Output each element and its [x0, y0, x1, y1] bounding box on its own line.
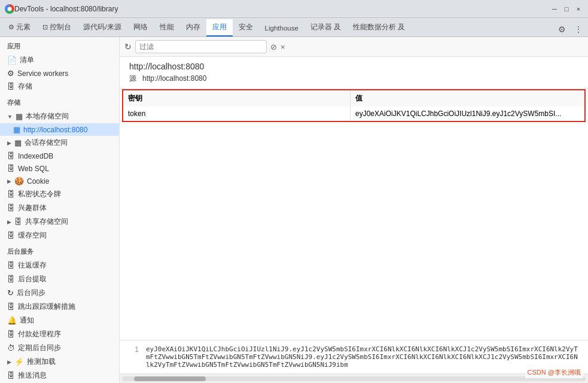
websql-icon: 🗄	[7, 164, 15, 173]
tab-memory[interactable]: 内存	[180, 19, 206, 37]
main-url: http://localhost:8080	[129, 62, 578, 71]
tab-security[interactable]: 安全	[233, 19, 259, 37]
table-row[interactable]: token eyJ0eXAiOiJKV1QiLCJhbGciOiJIUzl1Ni…	[123, 107, 584, 121]
sidebar-item-speculation[interactable]: ▶ ⚡ 推测加载	[0, 355, 119, 369]
speculation-icon: ⚡	[14, 357, 24, 366]
cell-key: token	[123, 107, 351, 121]
devtools-tab-bar: ⚙ 元素 ⊡ 控制台 源代码/来源 网络 性能 内存 应用 安全 Lightho…	[0, 18, 588, 37]
maximize-button[interactable]: □	[562, 4, 571, 14]
tab-application[interactable]: 应用	[206, 19, 233, 37]
sidebar-item-localstorage[interactable]: ▼ ▦ 本地存储空间	[0, 110, 119, 123]
minimize-button[interactable]: ─	[550, 4, 559, 14]
sidebar-item-private-token[interactable]: 🗄 私密状态令牌	[0, 187, 119, 201]
sidebar-item-push-messages[interactable]: 🗄 推送消息	[0, 369, 119, 382]
sidebar-item-localhost[interactable]: ▦ http://localhost:8080	[0, 123, 119, 136]
sidebar-item-bfcache[interactable]: 🗄 往返缓存	[0, 259, 119, 272]
sidebar-item-cookie[interactable]: ▶ 🍪 Cookie	[0, 175, 119, 187]
value-display: 1 eyJ0eXAiOiJKV1QiLCJhbGciOiJIUzl1NiJ9.e…	[120, 340, 588, 373]
console-icon: ⊡	[42, 23, 48, 31]
table-header: 密钥 值	[122, 89, 586, 107]
sidebar: 应用 📄 清单 ⚙ Service workers 🗄 存储 存储 ▼ ▦ 本地…	[0, 37, 120, 383]
watermark: CSDN @李长洲哦	[525, 367, 583, 378]
periodic-sync-icon: ⏱	[7, 344, 15, 352]
sidebar-item-interest-groups[interactable]: 🗄 兴趣群体	[0, 201, 119, 215]
sessionstorage-icon: ▦	[14, 138, 22, 147]
tab-console[interactable]: ⊡ 控制台	[36, 19, 77, 37]
expand-icon-session: ▶	[7, 140, 11, 146]
cookie-icon: 🍪	[14, 177, 24, 186]
elements-icon: ⚙	[8, 23, 14, 31]
tab-lighthouse[interactable]: Lighthouse	[259, 21, 304, 37]
localstorage-icon: ▦	[16, 112, 23, 121]
column-key-header: 密钥	[123, 90, 351, 107]
manifest-icon: 📄	[7, 56, 17, 65]
bg-fetch-icon: 🗄	[7, 275, 15, 284]
sidebar-item-manifest[interactable]: 📄 清单	[0, 53, 119, 67]
refresh-button[interactable]: ↻	[124, 42, 132, 51]
title-bar-title: DevTools - localhost:8080/library	[14, 5, 550, 13]
sidebar-item-websql[interactable]: 🗄 Web SQL	[0, 162, 119, 175]
horizontal-scrollbar[interactable]	[120, 373, 588, 383]
tab-network[interactable]: 网络	[127, 19, 154, 37]
section-title-app: 应用	[0, 37, 119, 53]
tab-performance[interactable]: 性能	[154, 19, 180, 37]
filter-clear-button[interactable]: ⊘	[270, 42, 277, 51]
sidebar-item-shared-storage[interactable]: ▶ 🗄 共享存储空间	[0, 215, 119, 229]
sidebar-item-indexeddb[interactable]: 🗄 IndexedDB	[0, 150, 119, 162]
bounce-tracking-icon: 🗄	[7, 302, 15, 311]
cell-value: eyJ0eXAiOiJKV1QiLCJhbGciOiJIUzl1NiJ9.eyJ…	[351, 107, 584, 121]
settings-icon[interactable]: ⚙	[555, 22, 569, 37]
filter-close-button[interactable]: ×	[281, 42, 285, 51]
payment-icon: 🗄	[7, 330, 15, 339]
expand-icon-shared: ▶	[7, 219, 11, 225]
tab-recorder[interactable]: 记录器 及	[304, 19, 347, 37]
service-workers-icon: ⚙	[7, 69, 14, 78]
main-area: 应用 📄 清单 ⚙ Service workers 🗄 存储 存储 ▼ ▦ 本地…	[0, 37, 588, 383]
scrollbar-thumb[interactable]	[134, 376, 206, 381]
value-row: 1 eyJ0eXAiOiJKV1QiLCJhbGciOiJIUzl1NiJ9.e…	[129, 345, 578, 369]
content-toolbar: ↻ ⊘ ×	[120, 37, 588, 57]
sidebar-item-storage[interactable]: 🗄 存储	[0, 80, 119, 93]
table-body: token eyJ0eXAiOiJKV1QiLCJhbGciOiJIUzl1Ni…	[122, 107, 586, 122]
storage-icon: 🗄	[7, 82, 15, 91]
more-icon[interactable]: ⋮	[571, 22, 586, 37]
column-value-header: 值	[351, 90, 584, 107]
sidebar-item-service-workers[interactable]: ⚙ Service workers	[0, 67, 119, 80]
storage-table: 密钥 值 token eyJ0eXAiOiJKV1QiLCJhbGciOiJIU…	[120, 89, 588, 212]
devtools-window: ⚙ 元素 ⊡ 控制台 源代码/来源 网络 性能 内存 应用 安全 Lightho…	[0, 18, 588, 383]
content-spacer	[120, 212, 588, 336]
full-value-text: eyJ0eXAiOiJKV1QiLCJhbGciOiJIUzl1NiJ9.eyJ…	[146, 345, 578, 369]
expand-icon-cookie: ▶	[7, 178, 11, 184]
sidebar-item-payment-handler[interactable]: 🗄 付款处理程序	[0, 327, 119, 341]
sidebar-item-notifications[interactable]: 🔔 通知	[0, 314, 119, 327]
indexeddb-icon: 🗄	[7, 151, 15, 160]
tab-performance-insights[interactable]: 性能数据分析 及	[347, 19, 411, 37]
private-token-icon: 🗄	[7, 190, 15, 199]
cache-storage-icon: 🗄	[7, 231, 15, 240]
title-bar-controls: ─ □ ×	[550, 4, 583, 14]
expand-icon-speculation: ▶	[7, 359, 11, 365]
sidebar-item-background-sync[interactable]: ↻ 后台同步	[0, 286, 119, 300]
content-panel: ↻ ⊘ × http://localhost:8080 源 http://loc…	[120, 37, 588, 383]
interest-groups-icon: 🗄	[7, 203, 15, 212]
tab-sources[interactable]: 源代码/来源	[77, 19, 127, 37]
line-number: 1	[129, 345, 139, 354]
sidebar-item-cache-storage[interactable]: 🗄 缓存空间	[0, 229, 119, 242]
title-bar: DevTools - localhost:8080/library ─ □ ×	[0, 0, 588, 18]
sidebar-item-sessionstorage[interactable]: ▶ ▦ 会话存储空间	[0, 136, 119, 150]
url-section: http://localhost:8080 源 http://localhost…	[120, 57, 588, 89]
close-button[interactable]: ×	[574, 4, 583, 14]
tab-bar-settings: ⚙ ⋮	[555, 22, 586, 37]
sidebar-item-background-fetch[interactable]: 🗄 后台提取	[0, 272, 119, 286]
scrollbar-track	[122, 376, 586, 381]
push-icon: 🗄	[7, 371, 15, 380]
section-title-storage: 存储	[0, 93, 119, 110]
localhost-icon: ▦	[13, 125, 20, 134]
sidebar-item-periodic-sync[interactable]: ⏱ 定期后台同步	[0, 341, 119, 355]
filter-input[interactable]	[135, 40, 267, 53]
bfcache-icon: 🗄	[7, 261, 15, 270]
sidebar-item-bounce-tracking[interactable]: 🗄 跳出跟踪缓解措施	[0, 300, 119, 314]
tab-elements[interactable]: ⚙ 元素	[2, 19, 36, 37]
bg-sync-icon: ↻	[7, 288, 14, 297]
url-source: 源 http://localhost:8080	[129, 74, 578, 84]
